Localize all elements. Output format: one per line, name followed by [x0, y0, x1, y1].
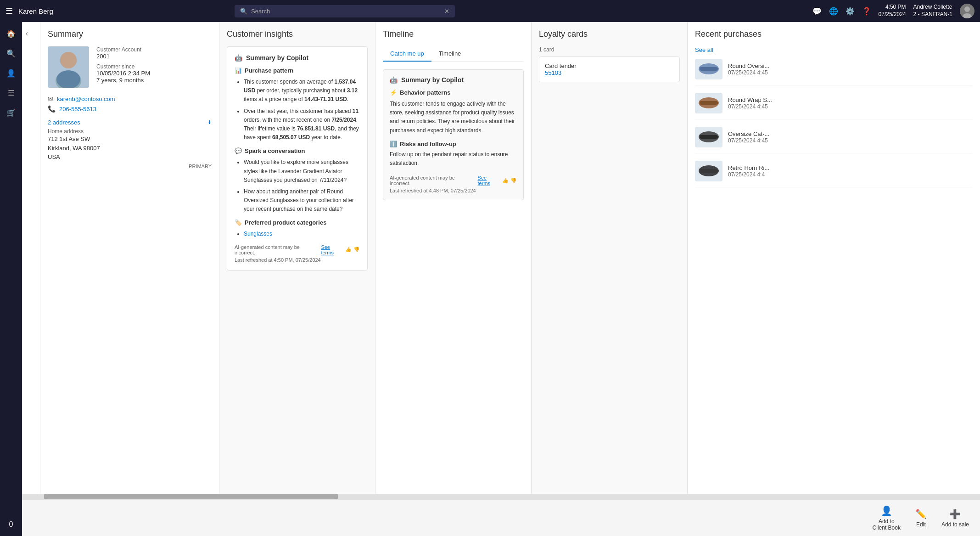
search-input[interactable]: [251, 8, 441, 15]
timeline-ai-footer: AI-generated content may be incorrect. S…: [390, 175, 517, 186]
app-layout: 🏠 🔍 👤 ☰ 🛒 0 ‹ Summary: [0, 22, 980, 536]
address-text: 712 1st Ave SW Kirkland, WA 98007 USA: [48, 135, 212, 162]
globe-icon[interactable]: 🌐: [829, 7, 838, 16]
sidebar-menu-icon[interactable]: ☰: [0, 85, 22, 101]
summary-title: Summary: [48, 29, 212, 39]
pref-icon: 🏷️: [235, 219, 242, 226]
thumbs-up-icon[interactable]: 👍: [345, 247, 352, 253]
customer-header: Customer Account 2001 Customer since 10/…: [48, 46, 212, 88]
ai-footer: AI-generated content may be incorrect. S…: [235, 244, 360, 255]
address-header: 2 addresses +: [48, 118, 212, 126]
timeline-card: 🤖 Summary by Copilot ⚡ Behavior patterns…: [383, 69, 524, 200]
purchase-info-1: Round Oversi... 07/25/2024 4:45: [728, 62, 973, 76]
add-to-sale-label: Add to sale: [941, 521, 969, 528]
sidebar-cart-icon[interactable]: 🛒: [0, 105, 22, 121]
back-button[interactable]: ‹: [26, 29, 36, 38]
search-bar[interactable]: 🔍 ✕: [235, 5, 455, 17]
purchase-pattern-list: This customer spends an average of 1,537…: [235, 78, 360, 142]
tab-timeline[interactable]: Timeline: [431, 46, 469, 62]
add-address-button[interactable]: +: [207, 118, 212, 126]
add-to-sale-icon: ➕: [949, 508, 961, 519]
thumbs-down-icon[interactable]: 👎: [353, 247, 360, 253]
purchase-item-2[interactable]: Round Wrap S... 07/25/2024 4:45: [695, 93, 973, 119]
settings-icon[interactable]: ⚙️: [846, 7, 855, 16]
clear-search-icon[interactable]: ✕: [444, 8, 449, 15]
address-section: 2 addresses + Home address 712 1st Ave S…: [48, 118, 212, 169]
purchase-item-4[interactable]: Retro Horn Ri... 07/25/2024 4:4: [695, 161, 973, 187]
scroll-thumb[interactable]: [44, 494, 338, 499]
pattern-bullet-2: Over the last year, this customer has pl…: [244, 107, 360, 142]
pattern-icon: 📊: [235, 67, 242, 74]
risks-text: Follow up on the pendant repair status t…: [390, 150, 517, 168]
hamburger-menu[interactable]: ☰: [6, 6, 13, 16]
svg-point-6: [60, 52, 77, 68]
pref-sunglasses-link[interactable]: Sunglasses: [244, 231, 272, 237]
avatar[interactable]: [960, 4, 974, 18]
timeline-copilot-icon: 🤖: [390, 76, 398, 84]
spark-conversation-heading: 💬 Spark a conversation: [235, 147, 360, 154]
sidebar-home-icon[interactable]: 🏠: [0, 26, 22, 42]
add-to-client-book-label: Add toClient Book: [873, 518, 901, 531]
behavior-heading: ⚡ Behavior patterns: [390, 89, 517, 96]
timeline-panel: Timeline Catch me up Timeline 🤖 Summary …: [375, 22, 532, 494]
loyalty-title: Loyalty cards: [539, 29, 680, 39]
add-to-client-book-icon: 👤: [881, 505, 892, 516]
since-date: 10/05/2016 2:34 PM: [96, 70, 212, 77]
page-title: Karen Berg: [18, 7, 53, 15]
loyalty-tender-label: Card tender: [545, 62, 674, 69]
customer-photo: [48, 46, 89, 88]
svg-point-1: [964, 6, 970, 12]
timeline-title: Timeline: [383, 29, 524, 39]
customer-meta: Customer Account 2001 Customer since 10/…: [96, 46, 212, 84]
summary-panel: Summary Customer Account: [40, 22, 219, 494]
purchase-thumb-4: [695, 161, 722, 181]
sidebar-customer-icon[interactable]: 👤: [0, 65, 22, 81]
timeline-thumbs-down-icon[interactable]: 👎: [510, 178, 517, 184]
since-duration: 7 years, 9 months: [96, 77, 212, 84]
purchase-item-3[interactable]: Oversize Cat-... 07/25/2024 4:45: [695, 127, 973, 153]
home-address-label: Home address: [48, 128, 212, 135]
risks-heading: ℹ️ Risks and follow-up: [390, 141, 517, 147]
edit-icon: ✏️: [915, 508, 927, 519]
sidebar-search-icon[interactable]: 🔍: [0, 45, 22, 62]
email-link[interactable]: karenb@contoso.com: [57, 96, 115, 102]
sidebar-count-badge: 0: [0, 517, 22, 532]
add-to-client-book-button[interactable]: 👤 Add toClient Book: [873, 505, 901, 531]
account-value: 2001: [96, 53, 212, 60]
risks-section: ℹ️ Risks and follow-up Follow up on the …: [390, 141, 517, 168]
purchases-title: Recent purchases: [695, 29, 973, 39]
svg-rect-13: [700, 135, 718, 139]
timeline-thumbs-up-icon[interactable]: 👍: [502, 178, 509, 184]
phone-icon: 📞: [48, 105, 56, 113]
loyalty-panel: Loyalty cards 1 card Card tender 55103: [532, 22, 688, 494]
email-row: ✉ karenb@contoso.com: [48, 95, 212, 102]
insights-card: 🤖 Summary by Copilot 📊 Purchase pattern …: [227, 46, 368, 271]
account-label: Customer Account: [96, 46, 212, 53]
insights-title: Customer insights: [227, 29, 368, 39]
phone-row: 📞 206-555-5613: [48, 105, 212, 113]
horizontal-scrollbar[interactable]: [22, 494, 980, 499]
user-info: Andrew Collette 2 - SANFRAN-1: [913, 4, 952, 18]
nav-icons: 💬 🌐 ⚙️ ❓ 4:50 PM 07/25/2024 Andrew Colle…: [812, 4, 974, 18]
add-to-sale-button[interactable]: ➕ Add to sale: [941, 508, 969, 528]
purchase-thumb-2: [695, 93, 722, 113]
since-label: Customer since: [96, 63, 212, 70]
purchase-info-2: Round Wrap S... 07/25/2024 4:45: [728, 96, 973, 110]
edit-button[interactable]: ✏️ Edit: [915, 508, 927, 528]
last-refreshed: Last refreshed at 4:50 PM, 07/25/2024: [235, 257, 360, 263]
timeline-see-terms-link[interactable]: See terms: [478, 175, 500, 186]
preferred-categories-heading: 🏷️ Preferred product categories: [235, 219, 360, 226]
top-navigation: ☰ Karen Berg 🔍 ✕ 💬 🌐 ⚙️ ❓ 4:50 PM 07/25/…: [0, 0, 980, 22]
purchase-item-1[interactable]: Round Oversi... 07/25/2024 4:45: [695, 59, 973, 85]
spark-list: Would you like to explore more sunglasse…: [235, 158, 360, 214]
time-display: 4:50 PM 07/25/2024: [879, 4, 906, 18]
loyalty-code[interactable]: 55103: [545, 69, 674, 76]
chat-icon[interactable]: 💬: [812, 7, 822, 16]
address-count[interactable]: 2 addresses: [48, 119, 80, 126]
loyalty-count: 1 card: [539, 46, 680, 53]
see-terms-link[interactable]: See terms: [321, 244, 343, 255]
phone-link[interactable]: 206-555-5613: [59, 106, 96, 113]
help-icon[interactable]: ❓: [862, 7, 871, 16]
see-all-link[interactable]: See all: [695, 46, 973, 53]
tab-catch-me-up[interactable]: Catch me up: [383, 46, 431, 62]
